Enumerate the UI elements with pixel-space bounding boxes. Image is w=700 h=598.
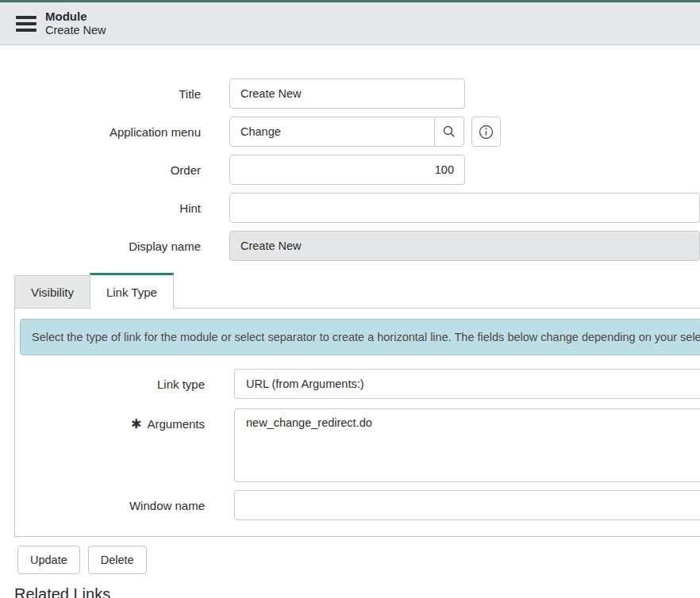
order-input[interactable] (229, 155, 465, 185)
display-name-input (229, 231, 700, 261)
title-label: Title (0, 87, 201, 101)
field-row-hint: Hint (0, 193, 700, 223)
table-name: Module (45, 10, 106, 24)
field-row-link-type: Link type URL (from Arguments:) (20, 369, 700, 399)
arguments-textarea[interactable]: new_change_redirect.do (234, 408, 700, 482)
field-row-window-name: Window name (20, 490, 700, 520)
delete-button[interactable]: Delete (88, 546, 147, 574)
record-form: Title Application menu Order Hint Displa… (0, 45, 700, 598)
update-button[interactable]: Update (17, 546, 80, 574)
required-indicator-icon: ✱ (131, 417, 141, 431)
field-row-display-name: Display name (0, 231, 700, 261)
reference-lookup-button[interactable] (434, 117, 464, 147)
application-menu-label: Application menu (0, 125, 201, 139)
hint-label: Hint (0, 201, 201, 215)
tab-visibility[interactable]: Visibility (14, 275, 90, 309)
title-input[interactable] (229, 79, 465, 109)
field-row-order: Order (0, 155, 700, 185)
field-row-arguments: ✱Arguments new_change_redirect.do (20, 408, 700, 482)
record-title: Create New (45, 24, 106, 38)
form-header: Module Create New (0, 2, 700, 45)
info-message-banner: Select the type of link for the module o… (20, 319, 700, 355)
form-tab-bar: Visibility Link Type (14, 273, 700, 309)
reference-info-button[interactable] (471, 117, 501, 147)
field-row-application-menu: Application menu (0, 117, 700, 147)
arguments-label: ✱Arguments (20, 408, 205, 431)
display-name-label: Display name (0, 240, 201, 253)
order-label: Order (0, 163, 201, 177)
info-icon (479, 125, 494, 140)
application-menu-input[interactable] (229, 117, 435, 147)
hint-input[interactable] (229, 193, 700, 223)
link-type-label: Link type (20, 378, 205, 391)
header-titles: Module Create New (45, 10, 106, 38)
link-type-select[interactable]: URL (from Arguments:) (234, 369, 700, 399)
hamburger-menu-icon[interactable] (16, 16, 37, 32)
field-row-title: Title (0, 79, 700, 109)
form-action-bar: Update Delete (17, 546, 700, 574)
search-icon (442, 125, 456, 139)
tab-link-type[interactable]: Link Type (90, 273, 174, 309)
link-type-tab-panel: Select the type of link for the module o… (14, 308, 700, 537)
arguments-label-text: Arguments (147, 417, 205, 431)
window-name-input[interactable] (234, 490, 700, 520)
related-links-heading: Related Links (14, 585, 700, 598)
window-name-label: Window name (20, 499, 205, 512)
